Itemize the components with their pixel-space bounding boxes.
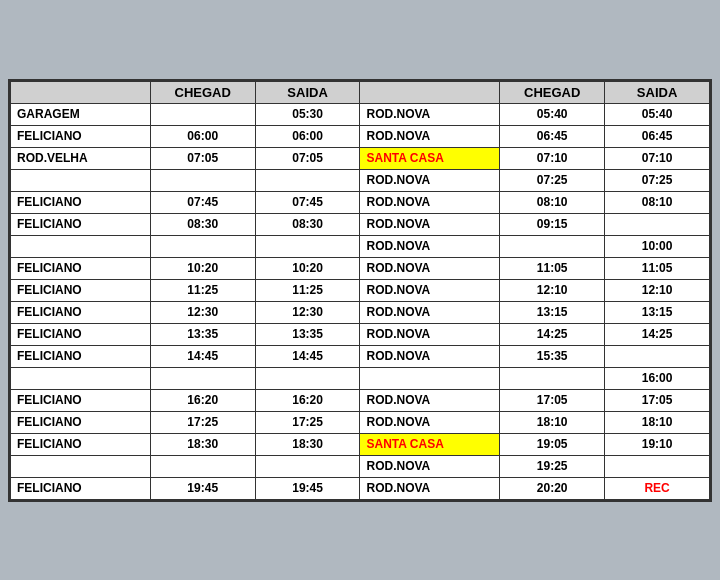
right-name: ROD.NOVA [360,411,500,433]
right-saida: 17:05 [605,389,710,411]
left-name: FELICIANO [11,257,151,279]
right-name: ROD.NOVA [360,345,500,367]
header-left-chegada: CHEGAD [150,81,255,103]
table-row: ROD.NOVA10:00 [11,235,710,257]
right-saida: 12:10 [605,279,710,301]
right-saida: 18:10 [605,411,710,433]
left-chegada: 17:25 [150,411,255,433]
left-chegada [150,103,255,125]
left-name: FELICIANO [11,279,151,301]
left-name: FELICIANO [11,477,151,499]
left-name: GARAGEM [11,103,151,125]
left-name: ROD.VELHA [11,147,151,169]
schedule-table: CHEGAD SAIDA CHEGAD SAIDA GARAGEM05:30RO… [8,79,712,502]
left-name: FELICIANO [11,433,151,455]
right-name: ROD.NOVA [360,125,500,147]
left-saida: 07:45 [255,191,360,213]
right-name: ROD.NOVA [360,455,500,477]
right-name: ROD.NOVA [360,103,500,125]
right-chegada: 18:10 [500,411,605,433]
left-saida [255,455,360,477]
right-saida: 07:25 [605,169,710,191]
right-saida: 08:10 [605,191,710,213]
right-saida: 06:45 [605,125,710,147]
right-name: ROD.NOVA [360,301,500,323]
left-chegada: 14:45 [150,345,255,367]
left-name: FELICIANO [11,213,151,235]
left-name [11,455,151,477]
left-name: FELICIANO [11,191,151,213]
right-saida: 10:00 [605,235,710,257]
left-chegada [150,169,255,191]
right-chegada: 09:15 [500,213,605,235]
table-row: FELICIANO07:4507:45ROD.NOVA08:1008:10 [11,191,710,213]
left-name: FELICIANO [11,389,151,411]
right-name: SANTA CASA [360,147,500,169]
header-row: CHEGAD SAIDA CHEGAD SAIDA [11,81,710,103]
right-saida: 13:15 [605,301,710,323]
header-left-name [11,81,151,103]
right-name: ROD.NOVA [360,235,500,257]
right-chegada: 19:25 [500,455,605,477]
left-saida: 07:05 [255,147,360,169]
table-row: FELICIANO19:4519:45ROD.NOVA20:20REC [11,477,710,499]
left-chegada: 13:35 [150,323,255,345]
left-chegada: 11:25 [150,279,255,301]
right-chegada: 20:20 [500,477,605,499]
right-name: ROD.NOVA [360,279,500,301]
left-saida: 18:30 [255,433,360,455]
left-chegada: 12:30 [150,301,255,323]
right-saida [605,345,710,367]
right-name: SANTA CASA [360,433,500,455]
left-chegada: 07:45 [150,191,255,213]
left-chegada [150,235,255,257]
left-name [11,169,151,191]
left-saida: 13:35 [255,323,360,345]
right-name: ROD.NOVA [360,477,500,499]
left-name [11,367,151,389]
left-chegada: 08:30 [150,213,255,235]
left-saida: 05:30 [255,103,360,125]
right-saida [605,213,710,235]
right-name: ROD.NOVA [360,169,500,191]
table-row: FELICIANO17:2517:25ROD.NOVA18:1018:10 [11,411,710,433]
right-chegada [500,235,605,257]
left-saida [255,367,360,389]
left-name: FELICIANO [11,125,151,147]
left-name [11,235,151,257]
left-saida: 19:45 [255,477,360,499]
table-row: GARAGEM05:30ROD.NOVA05:4005:40 [11,103,710,125]
right-chegada: 14:25 [500,323,605,345]
right-saida: 05:40 [605,103,710,125]
right-chegada: 19:05 [500,433,605,455]
right-name: ROD.NOVA [360,323,500,345]
left-saida: 06:00 [255,125,360,147]
table-row: 16:00 [11,367,710,389]
right-chegada: 05:40 [500,103,605,125]
right-chegada: 07:25 [500,169,605,191]
right-chegada: 06:45 [500,125,605,147]
left-saida [255,235,360,257]
right-chegada: 15:35 [500,345,605,367]
right-chegada [500,367,605,389]
right-saida: 11:05 [605,257,710,279]
right-chegada: 13:15 [500,301,605,323]
right-saida [605,455,710,477]
left-chegada: 19:45 [150,477,255,499]
right-chegada: 08:10 [500,191,605,213]
left-saida: 08:30 [255,213,360,235]
right-name: ROD.NOVA [360,257,500,279]
table-row: FELICIANO18:3018:30SANTA CASA19:0519:10 [11,433,710,455]
left-chegada: 06:00 [150,125,255,147]
right-saida: 14:25 [605,323,710,345]
left-name: FELICIANO [11,323,151,345]
right-saida: REC [605,477,710,499]
left-saida: 14:45 [255,345,360,367]
left-name: FELICIANO [11,301,151,323]
header-left-saida: SAIDA [255,81,360,103]
left-chegada: 07:05 [150,147,255,169]
table-row: ROD.NOVA19:25 [11,455,710,477]
right-chegada: 17:05 [500,389,605,411]
left-saida: 12:30 [255,301,360,323]
table-row: FELICIANO12:3012:30ROD.NOVA13:1513:15 [11,301,710,323]
